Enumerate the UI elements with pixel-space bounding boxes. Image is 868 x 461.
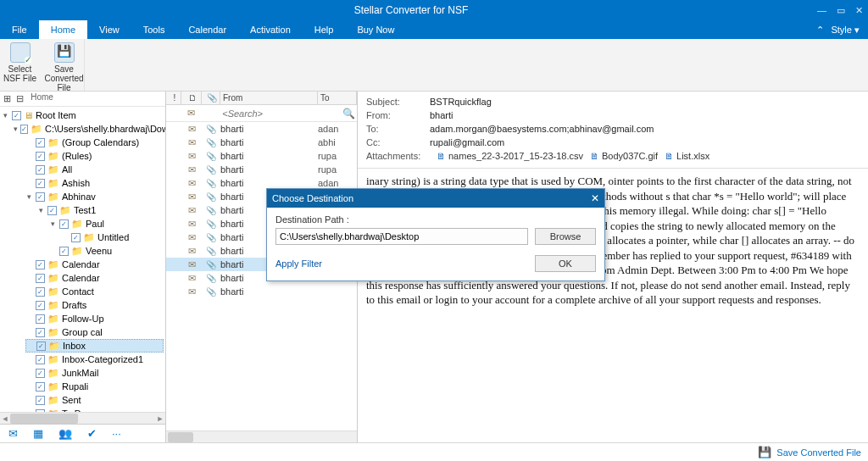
style-dropdown[interactable]: Style ▾ xyxy=(831,25,868,36)
tree-node[interactable]: ✓📁All xyxy=(25,163,164,176)
tree-node[interactable]: ✓📁Calendar xyxy=(25,271,164,285)
tree-node[interactable]: ✓📁Group cal xyxy=(25,325,164,339)
envelope-icon: ✉ xyxy=(181,232,202,243)
message-headers: Subject:BSTRquickflag From:bharti To:ada… xyxy=(358,92,868,169)
envelope-icon: ✉ xyxy=(181,246,202,257)
from-header[interactable]: From xyxy=(220,92,318,104)
attachment-chip[interactable]: 🗎names_22-3-2017_15-23-18.csv xyxy=(437,151,583,161)
paperclip-icon: 📎 xyxy=(202,287,220,297)
ribbon: Select NSF File Save Converted File Home xyxy=(0,39,868,92)
close-button[interactable]: ✕ xyxy=(855,5,863,16)
scroll-thumb[interactable] xyxy=(168,432,193,442)
subject-value: BSTRquickflag xyxy=(430,97,492,107)
dialog-titlebar: Choose Destination ✕ xyxy=(267,189,604,208)
menu-activation[interactable]: Activation xyxy=(238,20,303,39)
more-icon[interactable]: ∙∙∙ xyxy=(112,427,121,440)
list-h-scrollbar[interactable] xyxy=(166,430,357,442)
tree-toolbar: ⊞ ⊟ xyxy=(0,92,165,107)
tree-node[interactable]: ✓📁Sent xyxy=(25,393,164,407)
menu-calendar[interactable]: Calendar xyxy=(176,20,238,39)
save-converted-link[interactable]: Save Converted File xyxy=(776,447,861,458)
select-nsf-button[interactable]: Select NSF File xyxy=(0,41,41,92)
envelope-icon: ✉ xyxy=(181,137,202,148)
tree-panel: ⊞ ⊟ ▾✓🖥Root Item ▾✓📁C:\Users\shelly.bhar… xyxy=(0,92,166,442)
tree-node[interactable]: ✓📁(Rules) xyxy=(25,149,164,163)
tree-node[interactable]: ✓📁Inbox-Categorized1 xyxy=(25,353,164,366)
list-item[interactable]: ✉📎bhartirupa xyxy=(166,163,357,176)
tree-h-scrollbar[interactable]: ◄ ► xyxy=(0,412,165,424)
paperclip-icon: 📎 xyxy=(202,138,220,147)
tree-node[interactable]: ✓📁Contact xyxy=(25,285,164,298)
scroll-left-icon[interactable]: ◄ xyxy=(0,413,10,425)
choose-destination-dialog: Choose Destination ✕ Destination Path : … xyxy=(266,188,605,281)
envelope-icon: ✉ xyxy=(181,205,202,216)
ribbon-group-home: Select NSF File Save Converted File Home xyxy=(0,39,85,91)
search-input[interactable] xyxy=(220,105,340,121)
tree-node[interactable]: ✓📁Follow-Up xyxy=(25,312,164,325)
paperclip-icon: 📎 xyxy=(202,206,220,215)
maximize-button[interactable]: ▭ xyxy=(837,5,845,16)
tasks-icon[interactable]: ✔ xyxy=(87,427,97,440)
envelope-icon: ✉ xyxy=(181,286,202,297)
attachment-chip[interactable]: 🗎List.xlsx xyxy=(665,151,709,161)
envelope-icon: ✉ xyxy=(181,219,202,230)
tree-node[interactable]: ✓📁JunkMail xyxy=(25,366,164,380)
tree-node[interactable]: ✓📁Rupali xyxy=(25,380,164,393)
dialog-close-button[interactable]: ✕ xyxy=(591,192,599,204)
apply-filter-link[interactable]: Apply Filter xyxy=(275,258,322,269)
browse-button[interactable]: Browse xyxy=(535,228,596,245)
list-item[interactable]: ✉📎bhartiabhi xyxy=(166,136,357,149)
paperclip-icon: 📎 xyxy=(202,260,220,269)
list-item[interactable]: ✉📎bhartiadan xyxy=(166,122,357,136)
search-icon[interactable]: 🔍 xyxy=(340,105,357,121)
scroll-right-icon[interactable]: ► xyxy=(155,413,165,425)
menu-home[interactable]: Home xyxy=(39,20,87,39)
save-icon[interactable]: 💾 xyxy=(758,446,771,458)
list-item[interactable]: ✉📎bhartirupa xyxy=(166,149,357,163)
icon-col[interactable]: 🗋 xyxy=(181,92,202,104)
app-title: Stellar Converter for NSF xyxy=(5,4,817,16)
menu-tools[interactable]: Tools xyxy=(131,20,177,39)
mail-icon[interactable]: ✉ xyxy=(8,427,18,440)
tree-node[interactable]: ✓📁Ashish xyxy=(25,176,164,190)
collapse-all-icon[interactable]: ⊟ xyxy=(16,93,24,104)
tree-node[interactable]: ✓📁Drafts xyxy=(25,298,164,312)
menu-help[interactable]: Help xyxy=(303,20,346,39)
save-converted-button[interactable]: Save Converted File xyxy=(44,41,85,92)
calendar-icon[interactable]: ▦ xyxy=(33,427,43,440)
file-icon: 🗎 xyxy=(437,151,446,161)
attach-col-icon[interactable]: 📎 xyxy=(202,92,220,104)
folder-tree[interactable]: ▾✓🖥Root Item ▾✓📁C:\Users\shelly.bhardwaj… xyxy=(0,107,165,412)
search-row: ✉ 🔍 xyxy=(166,105,357,122)
destination-path-label: Destination Path : xyxy=(275,214,596,225)
tree-node[interactable]: ✓📁(Group Calendars) xyxy=(25,136,164,149)
menu-file[interactable]: File xyxy=(0,20,39,39)
minimize-button[interactable]: — xyxy=(817,5,826,16)
envelope-icon: ✉ xyxy=(181,273,202,284)
paperclip-icon: 📎 xyxy=(202,165,220,175)
tree-node[interactable]: ✓📁Calendar xyxy=(25,258,164,271)
to-header[interactable]: To xyxy=(318,92,357,104)
cc-value: rupali@gmail.com xyxy=(430,137,504,147)
flag-col-icon[interactable]: ! xyxy=(166,92,181,104)
attachment-chip[interactable]: 🗎Body037C.gif xyxy=(590,151,658,161)
list-item[interactable]: ✉📎bharti xyxy=(166,285,357,298)
caret-up-icon[interactable]: ⌃ xyxy=(816,25,824,36)
tree-node[interactable]: ✓📁Inbox xyxy=(25,339,164,353)
menu-bar: File Home View Tools Calendar Activation… xyxy=(0,20,868,39)
destination-path-input[interactable] xyxy=(275,228,528,245)
people-icon[interactable]: 👥 xyxy=(58,427,72,440)
paperclip-icon: 📎 xyxy=(202,233,220,242)
paperclip-icon: 📎 xyxy=(202,192,220,202)
nav-bar: ✉ ▦ 👥 ✔ ∙∙∙ xyxy=(0,424,165,442)
to-value: adam.morgan@baesystems.com;abhinav@gmail… xyxy=(430,124,654,134)
title-bar: Stellar Converter for NSF — ▭ ✕ xyxy=(0,0,868,20)
menu-buy-now[interactable]: Buy Now xyxy=(345,20,406,39)
ok-button[interactable]: OK xyxy=(535,255,596,272)
scroll-thumb[interactable] xyxy=(10,414,78,424)
expand-all-icon[interactable]: ⊞ xyxy=(3,93,11,104)
menu-view[interactable]: View xyxy=(87,20,131,39)
envelope-icon: ✉ xyxy=(181,164,202,175)
paperclip-icon: 📎 xyxy=(202,274,220,283)
file-icon: 🗎 xyxy=(590,151,599,161)
